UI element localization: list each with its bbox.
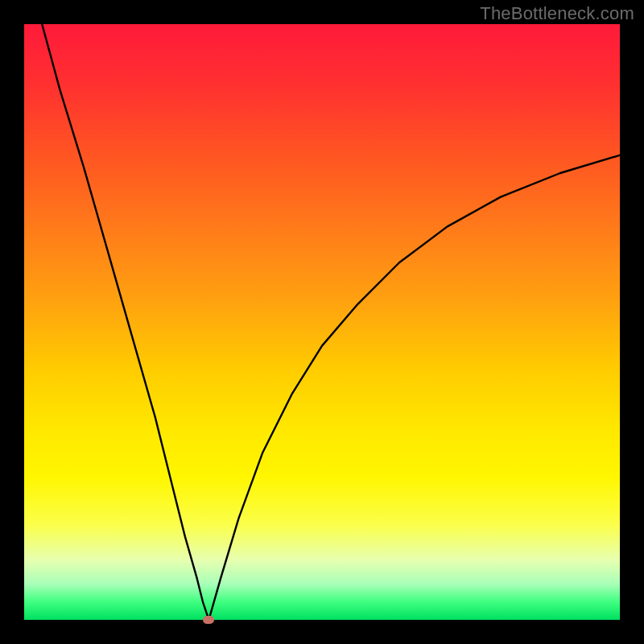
curve-svg: [24, 24, 620, 620]
chart-frame: TheBottleneck.com: [0, 0, 644, 644]
minimum-marker: [203, 616, 214, 624]
curve-right-branch: [208, 155, 620, 620]
plot-area: [24, 24, 620, 620]
watermark-text: TheBottleneck.com: [480, 3, 634, 24]
curve-left-branch: [42, 24, 208, 620]
